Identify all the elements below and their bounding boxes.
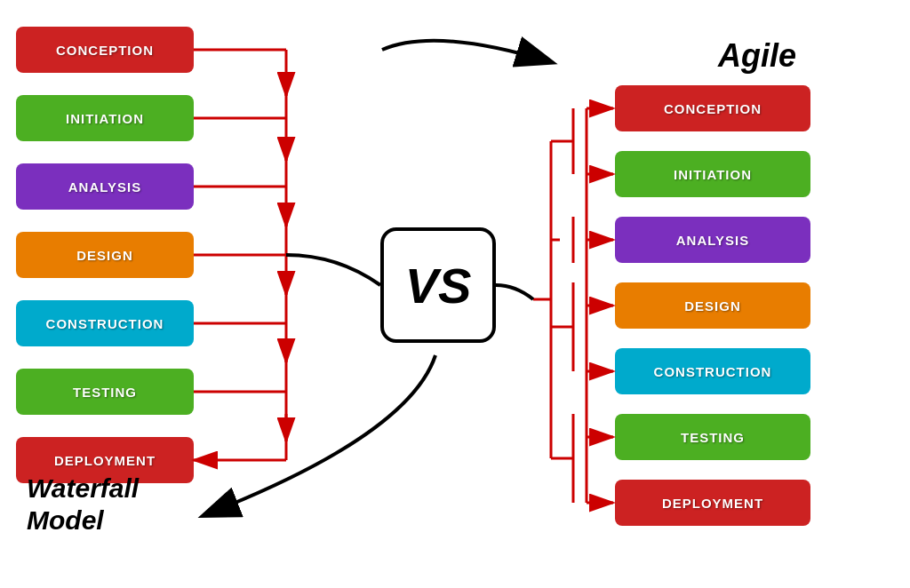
right-phase-r4: DESIGN [615,282,810,329]
right-phase-r1: CONCEPTION [615,85,810,131]
right-phase-r7: DEPLOYMENT [615,480,810,526]
agile-label: Agile [718,37,796,75]
right-phase-r6: TESTING [615,414,810,460]
right-phase-r2: INITIATION [615,151,810,197]
vs-box: VS [380,227,496,343]
waterfall-label: Waterfall Model [27,473,139,536]
left-phase-l6: TESTING [16,369,194,415]
left-phase-l3: ANALYSIS [16,163,194,210]
left-phase-l1: CONCEPTION [16,27,194,73]
left-phase-l4: DESIGN [16,232,194,278]
waterfall-line1: Waterfall [27,473,139,503]
vs-label: VS [405,257,472,314]
left-phase-l2: INITIATION [16,95,194,141]
waterfall-line2: Model [27,505,104,535]
right-phase-r3: ANALYSIS [615,217,810,263]
left-phase-l5: CONSTRUCTION [16,300,194,346]
right-phase-r5: CONSTRUCTION [615,348,810,394]
